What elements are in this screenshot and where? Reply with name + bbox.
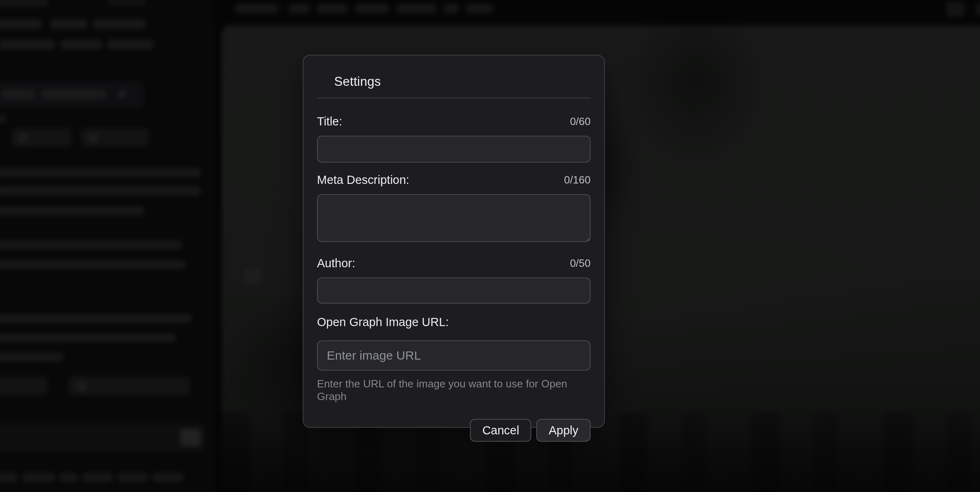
open-graph-url-label: Open Graph Image URL: bbox=[317, 315, 449, 329]
open-graph-url-input[interactable] bbox=[317, 340, 591, 371]
author-char-counter: 0/50 bbox=[570, 257, 591, 270]
cancel-button[interactable]: Cancel bbox=[470, 419, 531, 442]
open-graph-helper-text: Enter the URL of the image you want to u… bbox=[317, 378, 591, 403]
title-input[interactable] bbox=[317, 136, 591, 163]
author-label: Author: bbox=[317, 257, 355, 270]
meta-description-char-counter: 0/160 bbox=[564, 174, 591, 186]
meta-description-label: Meta Description: bbox=[317, 173, 409, 187]
title-label: Title: bbox=[317, 115, 342, 128]
meta-description-textarea[interactable] bbox=[317, 194, 591, 242]
author-input[interactable] bbox=[317, 277, 591, 304]
settings-modal: Settings Title: 0/60 Meta Description: 0… bbox=[303, 55, 605, 428]
modal-title: Settings bbox=[334, 74, 591, 89]
title-char-counter: 0/60 bbox=[570, 115, 591, 128]
modal-divider bbox=[317, 98, 591, 98]
apply-button[interactable]: Apply bbox=[536, 419, 591, 442]
